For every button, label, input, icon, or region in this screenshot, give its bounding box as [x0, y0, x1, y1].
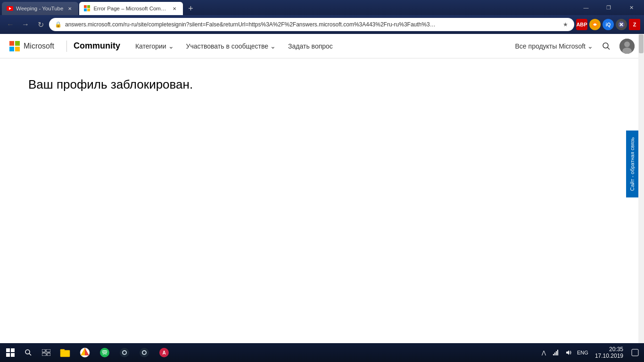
nav-categories[interactable]: Категории ⌄	[130, 40, 180, 53]
browser-extensions: ABP iQ Z	[576, 19, 640, 30]
app7-icon: A	[159, 347, 169, 358]
svg-line-12	[29, 354, 31, 355]
svg-text:A: A	[162, 350, 165, 355]
svg-point-9	[624, 41, 630, 47]
clock-date: 17.10.2019	[595, 353, 623, 359]
page-content: Microsoft Community Категории ⌄ Участвов…	[0, 34, 644, 343]
all-products-button[interactable]: Все продукты Microsoft ⌄	[515, 42, 593, 50]
nav-ask-label: Задать вопрос	[288, 42, 333, 50]
chrome-button[interactable]	[75, 344, 94, 361]
lock-icon: 🔒	[54, 20, 62, 29]
minimize-button[interactable]: —	[575, 0, 597, 15]
abp-extension[interactable]: ABP	[576, 19, 587, 30]
ms-community-label: Community	[74, 41, 120, 51]
ms-nav-right: Все продукты Microsoft ⌄	[515, 39, 635, 54]
system-tray: ⋀ ENG	[538, 345, 590, 360]
maximize-button[interactable]: ❐	[598, 0, 619, 15]
start-button[interactable]	[2, 344, 19, 361]
spotify-button[interactable]	[95, 344, 114, 361]
svg-rect-0	[84, 5, 87, 8]
network-icon[interactable]	[551, 345, 562, 360]
feedback-label: Сайт - обратная связь	[629, 137, 635, 191]
close-button[interactable]: ✕	[620, 0, 642, 15]
refresh-button[interactable]: ↻	[34, 18, 47, 31]
back-button[interactable]: ←	[4, 18, 17, 31]
nav-categories-label: Категории	[135, 42, 166, 50]
window-controls: — ❐ ✕	[575, 0, 642, 15]
ms-nav: Категории ⌄ Участвовать в сообществе ⌄ З…	[130, 40, 515, 53]
scrollbar-thumb[interactable]	[639, 34, 644, 53]
all-products-chevron-icon: ⌄	[587, 42, 593, 50]
close-icon: ✕	[173, 6, 176, 11]
maximize-icon: ❐	[606, 5, 611, 11]
tab-microsoft[interactable]: Error Page – Microsoft Communi… ✕	[79, 2, 183, 15]
svg-point-24	[123, 351, 126, 354]
tab-microsoft-close[interactable]: ✕	[171, 5, 178, 12]
forward-button[interactable]: →	[19, 18, 32, 31]
tab-microsoft-title: Error Page – Microsoft Communi…	[93, 6, 168, 11]
system-clock[interactable]: 20:35 17.10.2019	[591, 346, 627, 360]
nav-participate-label: Участвовать в сообществе	[186, 42, 269, 50]
svg-rect-15	[42, 353, 46, 356]
svg-rect-31	[554, 353, 555, 355]
taskbar-search-button[interactable]	[20, 344, 37, 361]
app7-button[interactable]: A	[155, 344, 173, 361]
address-icons: ★	[561, 20, 570, 29]
volume-icon[interactable]	[563, 345, 574, 360]
main-content-area: Ваш профиль заблокирован.	[0, 58, 644, 111]
notification-button[interactable]	[628, 345, 642, 360]
minimize-icon: —	[584, 5, 589, 10]
ext4[interactable]	[616, 19, 627, 30]
taskbar: A ⋀ ENG	[0, 343, 644, 362]
svg-rect-3	[87, 8, 90, 11]
address-bar[interactable]: 🔒 answers.microsoft.com/ru-ru/site/compl…	[49, 18, 574, 31]
plus-icon: +	[188, 4, 193, 14]
tab-youtube-close[interactable]: ✕	[66, 5, 74, 12]
file-explorer-icon	[60, 348, 70, 357]
ms-logo[interactable]: Microsoft	[9, 41, 54, 51]
feedback-button[interactable]: Сайт - обратная связь	[626, 131, 638, 197]
svg-point-27	[143, 351, 146, 354]
ms-logo-text: Microsoft	[24, 42, 54, 50]
spotify-icon	[99, 347, 110, 358]
all-products-label: Все продукты Microsoft	[515, 42, 586, 50]
steam-button-1[interactable]	[115, 344, 134, 361]
search-icon	[602, 42, 611, 50]
user-avatar[interactable]	[619, 39, 635, 54]
browser-window: Weeping - YouTube ✕ Error Page – Microso…	[0, 0, 644, 362]
svg-rect-18	[60, 349, 65, 351]
svg-rect-30	[553, 354, 554, 355]
svg-point-21	[100, 348, 109, 357]
url-text: answers.microsoft.com/ru-ru/site/complet…	[65, 21, 558, 28]
youtube-favicon-icon	[7, 6, 13, 11]
new-tab-button[interactable]: +	[184, 2, 197, 15]
network-status-icon	[553, 350, 560, 355]
ext5-avatar[interactable]: Z	[629, 19, 640, 30]
address-bar-row: ← → ↻ 🔒 answers.microsoft.com/ru-ru/site…	[0, 15, 644, 34]
title-bar: Weeping - YouTube ✕ Error Page – Microso…	[0, 0, 644, 15]
file-explorer-button[interactable]	[56, 344, 74, 361]
ext2[interactable]	[589, 19, 601, 30]
steam-icon-2	[139, 347, 149, 358]
close-icon: ✕	[68, 6, 72, 11]
ms-logo-grid	[9, 41, 20, 51]
task-view-button[interactable]	[38, 344, 55, 361]
language-indicator[interactable]: ENG	[575, 345, 590, 360]
nav-participate[interactable]: Участвовать в сообществе ⌄	[181, 40, 282, 53]
svg-rect-1	[87, 5, 90, 8]
steam-button-2[interactable]	[135, 344, 154, 361]
tab-youtube[interactable]: Weeping - YouTube ✕	[2, 2, 78, 15]
svg-rect-33	[557, 350, 558, 355]
nav-ask[interactable]: Задать вопрос	[282, 40, 339, 53]
categories-chevron-icon: ⌄	[168, 42, 174, 50]
star-icon[interactable]: ★	[561, 20, 570, 29]
ext3[interactable]: iQ	[603, 19, 614, 30]
ms-divider	[66, 41, 67, 52]
tray-chevron[interactable]: ⋀	[538, 345, 550, 360]
scrollbar[interactable]	[638, 34, 644, 343]
volume-status-icon	[565, 350, 572, 355]
task-view-icon	[42, 349, 50, 356]
svg-point-6	[603, 43, 608, 48]
search-button[interactable]	[599, 39, 614, 54]
svg-rect-35	[632, 349, 638, 356]
